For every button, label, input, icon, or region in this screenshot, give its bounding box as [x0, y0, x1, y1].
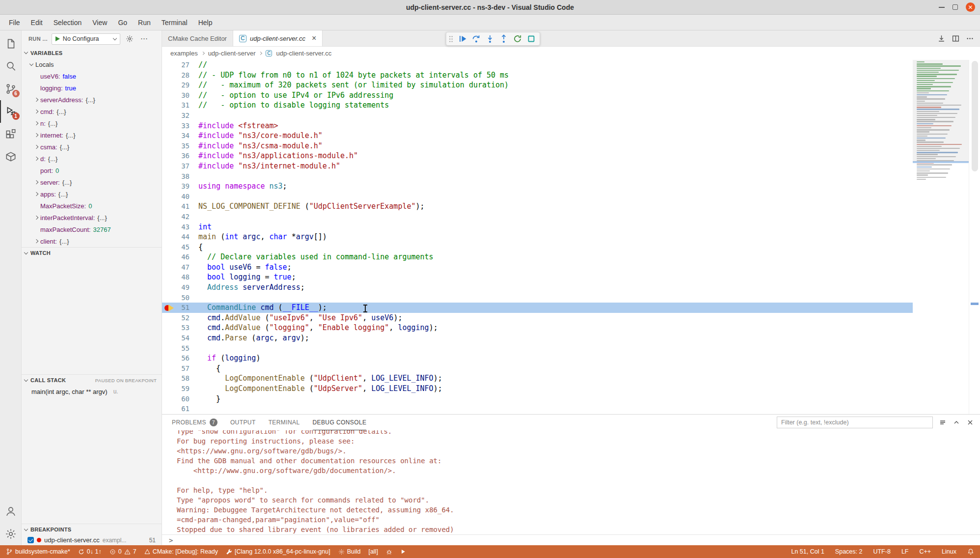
- variable-row-interPacketInterval[interactable]: interPacketInterval:{...}: [27, 212, 162, 223]
- variables-section-header[interactable]: VARIABLES: [22, 47, 162, 58]
- variable-row-csma[interactable]: csma:{...}: [27, 141, 162, 153]
- accounts-icon[interactable]: [0, 500, 22, 523]
- settings-gear-icon[interactable]: [0, 523, 22, 545]
- tab-cmake-cache-editor[interactable]: CMake Cache Editor: [162, 30, 233, 46]
- code-line-52[interactable]: 52 cmd.AddValue ("useIpv6", "Use Ipv6", …: [162, 313, 913, 323]
- cmake-debug-button[interactable]: [386, 549, 392, 555]
- breadcrumb-item[interactable]: udp-client-server.cc: [276, 50, 331, 57]
- tab-udp-client-server[interactable]: C udp-client-server.cc ×: [233, 30, 323, 46]
- locals-scope-row[interactable]: Locals: [22, 58, 162, 70]
- cursor-position-status[interactable]: Ln 51, Col 1: [791, 548, 824, 555]
- maximize-panel-icon[interactable]: [953, 418, 960, 426]
- variable-row-n[interactable]: n:{...}: [27, 117, 162, 129]
- code-line-48[interactable]: 48 bool logging = true;: [162, 272, 913, 282]
- variable-row-cmd[interactable]: cmd:{...}: [27, 106, 162, 117]
- more-actions-icon[interactable]: [966, 34, 974, 43]
- os-status[interactable]: Linux: [942, 548, 956, 555]
- code-line-43[interactable]: 43int: [162, 222, 913, 232]
- views-more-actions-icon[interactable]: ⋯: [139, 33, 150, 44]
- code-line-28[interactable]: 28// - UDP flow from n0 to n1 of 1024 by…: [162, 70, 913, 81]
- source-control-icon[interactable]: 6: [0, 78, 22, 100]
- explorer-icon[interactable]: [0, 32, 22, 55]
- vertical-scrollbar[interactable]: [969, 60, 980, 414]
- code-line-41[interactable]: 41NS_LOG_COMPONENT_DEFINE ("UdpClientSer…: [162, 201, 913, 212]
- code-line-37[interactable]: 37#include "ns3/internet-module.h": [162, 161, 913, 171]
- console-filter-input[interactable]: [777, 417, 933, 428]
- close-window-button[interactable]: ✕: [966, 2, 975, 12]
- code-line-56[interactable]: 56 if (logging): [162, 353, 913, 363]
- variable-row-serverAddress[interactable]: serverAddress:{...}: [27, 94, 162, 106]
- code-line-40[interactable]: 40: [162, 192, 913, 202]
- git-sync-status[interactable]: 0↓ 1↑: [78, 548, 102, 555]
- code-line-55[interactable]: 55: [162, 343, 913, 354]
- code-line-27[interactable]: 27//: [162, 60, 913, 70]
- menu-selection[interactable]: Selection: [49, 16, 87, 29]
- code-line-53[interactable]: 53 cmd.AddValue ("logging", "Enable logg…: [162, 323, 913, 333]
- variable-row-port[interactable]: port:0: [27, 165, 162, 176]
- maximize-icon[interactable]: [953, 4, 958, 10]
- code-line-34[interactable]: 34#include "ns3/core-module.h": [162, 131, 913, 141]
- code-line-31[interactable]: 31// - option to disable logging stateme…: [162, 100, 913, 111]
- breakpoint-row[interactable]: udp-client-server.cc exampl... 51: [22, 535, 162, 545]
- git-branch-status[interactable]: buildsystem-cmake*: [6, 548, 70, 555]
- run-and-debug-icon[interactable]: 1: [0, 100, 22, 123]
- variable-row-useV6[interactable]: useV6:false: [27, 70, 162, 82]
- menu-edit[interactable]: Edit: [26, 16, 48, 29]
- variable-row-MaxPacketSize[interactable]: MaxPacketSize:0: [27, 200, 162, 212]
- code-line-60[interactable]: 60 }: [162, 394, 913, 404]
- code-line-30[interactable]: 30// - option to use IPv4 or IPv6 addres…: [162, 90, 913, 101]
- code-editor[interactable]: 27//28// - UDP flow from n0 to n1 of 102…: [162, 60, 980, 414]
- close-panel-icon[interactable]: [966, 418, 974, 426]
- breakpoints-section-header[interactable]: BREAKPOINTS: [22, 524, 162, 535]
- breadcrumb-item[interactable]: examples: [170, 50, 198, 57]
- code-line-32[interactable]: 32: [162, 111, 913, 121]
- code-line-46[interactable]: 46 // Declare variables used in command-…: [162, 252, 913, 262]
- code-line-51[interactable]: 51 CommandLine cmd (__FILE__);: [162, 303, 913, 313]
- minimap-slider[interactable]: [913, 60, 969, 162]
- minimize-icon[interactable]: [939, 7, 945, 8]
- start-debug-icon[interactable]: [55, 36, 60, 41]
- code-line-44[interactable]: 44main (int argc, char *argv[]): [162, 232, 913, 242]
- variable-row-d[interactable]: d:{...}: [27, 153, 162, 165]
- notifications-bell-icon[interactable]: [967, 548, 974, 555]
- download-icon[interactable]: [937, 34, 946, 43]
- code-line-38[interactable]: 38: [162, 171, 913, 182]
- code-line-59[interactable]: 59 LogComponentEnable ("UdpServer", LOG_…: [162, 384, 913, 394]
- extensions-icon[interactable]: [0, 123, 22, 145]
- code-line-61[interactable]: 61: [162, 404, 913, 414]
- restart-button[interactable]: [511, 33, 523, 45]
- code-line-49[interactable]: 49 Address serverAddress;: [162, 282, 913, 293]
- clear-console-icon[interactable]: [939, 418, 947, 426]
- cmake-build-button[interactable]: Build: [338, 548, 361, 555]
- menu-go[interactable]: Go: [113, 16, 132, 29]
- code-line-57[interactable]: 57 {: [162, 363, 913, 374]
- language-mode-status[interactable]: C++: [919, 548, 931, 555]
- variable-row-logging[interactable]: logging:true: [27, 82, 162, 94]
- code-line-33[interactable]: 33#include <fstream>: [162, 121, 913, 131]
- code-line-50[interactable]: 50: [162, 293, 913, 303]
- minimap[interactable]: [913, 60, 969, 414]
- split-editor-icon[interactable]: [952, 34, 960, 43]
- breakpoint-checkbox[interactable]: [27, 537, 34, 543]
- scrollbar-thumb[interactable]: [972, 61, 978, 171]
- variable-row-maxPacketCount[interactable]: maxPacketCount:32767: [27, 223, 162, 235]
- eol-status[interactable]: LF: [901, 548, 909, 555]
- panel-tab-debug-console[interactable]: DEBUG CONSOLE: [313, 415, 367, 430]
- stack-frame-row[interactable]: main(int argc, char ** argv) u.: [22, 386, 162, 397]
- continue-button[interactable]: [456, 33, 468, 45]
- step-into-button[interactable]: [484, 33, 496, 45]
- indentation-status[interactable]: Spaces: 2: [835, 548, 863, 555]
- cmake-build-target[interactable]: [all]: [368, 548, 378, 555]
- encoding-status[interactable]: UTF-8: [873, 548, 890, 555]
- watch-section-header[interactable]: WATCH: [22, 247, 162, 258]
- code-line-29[interactable]: 29// - maximum of 320 packets sent (or l…: [162, 80, 913, 90]
- step-over-button[interactable]: [470, 33, 482, 45]
- menu-terminal[interactable]: Terminal: [157, 16, 192, 29]
- cmake-status[interactable]: CMake: [Debug]: Ready: [144, 548, 218, 555]
- variable-row-apps[interactable]: apps:{...}: [27, 188, 162, 200]
- step-out-button[interactable]: [497, 33, 510, 45]
- code-line-39[interactable]: 39using namespace ns3;: [162, 181, 913, 192]
- panel-tab-output[interactable]: OUTPUT: [230, 415, 256, 430]
- code-line-54[interactable]: 54 cmd.Parse (argc, argv);: [162, 333, 913, 343]
- code-line-45[interactable]: 45{: [162, 242, 913, 252]
